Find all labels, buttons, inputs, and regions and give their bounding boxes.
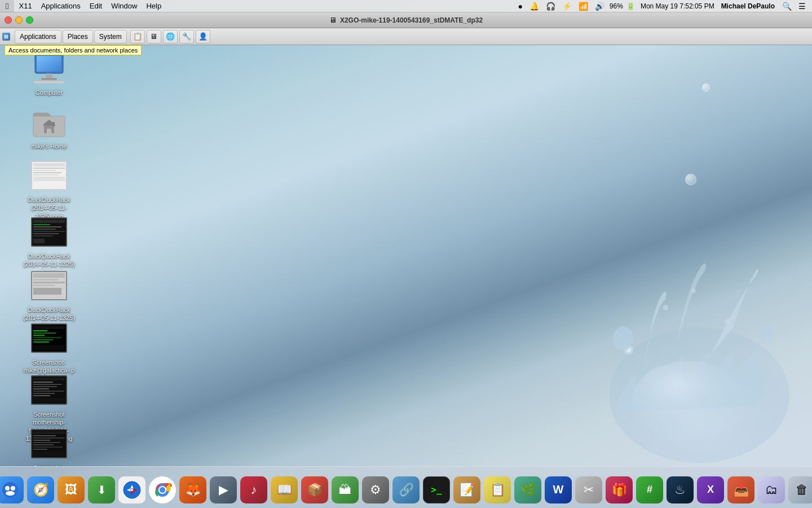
svg-rect-37 (33, 273, 65, 278)
menubar-left:  X11 Applications Edit Window Help (0, 0, 516, 12)
svg-rect-33 (33, 233, 59, 234)
dock-fusion[interactable]: 🔗 (391, 470, 421, 503)
menubar-applications[interactable]: Applications (37, 0, 85, 12)
dock-video[interactable]: ▶ (209, 470, 238, 503)
desktop-icon-computer[interactable]: Computer (21, 48, 77, 99)
svg-rect-59 (33, 395, 50, 396)
x11-dock-icon: X (697, 476, 724, 503)
dock-archive[interactable]: 📦 (300, 470, 329, 503)
dock-word[interactable]: W (544, 470, 573, 503)
svg-rect-48 (33, 339, 53, 340)
applications-btn-label: Applications (20, 33, 56, 41)
dock-chrome[interactable] (148, 470, 177, 503)
toolbar-icon-1[interactable]: 📋 (130, 30, 145, 43)
dock-photos[interactable]: 🏔 (330, 470, 360, 503)
audio-icon: 🔊 (593, 2, 606, 11)
dock-image-browse[interactable]: 🖼 (56, 470, 86, 503)
dock-steam[interactable]: ♨ (665, 470, 695, 503)
steam-icon: ♨ (667, 476, 694, 503)
toolbar-icon-5[interactable]: 👤 (196, 30, 210, 43)
dock-finder[interactable] (0, 470, 25, 503)
dock-syspref[interactable]: ⚙ (361, 470, 390, 503)
installer-icon: 📥 (727, 476, 754, 503)
battery-percent: 96% (610, 2, 623, 10)
menubar-edit[interactable]: Edit (85, 0, 107, 12)
dock-installer[interactable]: 📥 (726, 470, 756, 503)
dock-music[interactable]: ♪ (239, 470, 268, 503)
minimize-button[interactable] (15, 16, 23, 24)
gift-icon: 🎁 (606, 476, 633, 503)
dock-x11[interactable]: X (696, 470, 725, 503)
dock-compass[interactable]: 🧭 (26, 470, 55, 503)
svg-point-73 (11, 486, 15, 491)
firefox-icon: 🦊 (179, 476, 206, 503)
svg-rect-35 (33, 239, 45, 243)
toolbar-applications-btn[interactable]: Applications (15, 30, 61, 43)
screenshot2-icon-image (31, 372, 67, 408)
image-browse-icon: 🖼 (58, 476, 85, 503)
dock-scrivener[interactable]: 📝 (452, 470, 482, 503)
svg-rect-60 (33, 398, 65, 402)
dock-safari[interactable] (117, 470, 147, 503)
svg-rect-57 (33, 391, 64, 392)
remote-icon: 🖥 (329, 16, 337, 24)
svg-rect-26 (33, 177, 65, 181)
menubar-help[interactable]: Help (142, 0, 166, 12)
dock-trash[interactable]: 🗑 (787, 470, 812, 503)
dock-terminal[interactable]: >_ (422, 470, 451, 503)
finder-icon (0, 476, 24, 503)
software-icon: ⬇ (88, 476, 115, 503)
maximize-button[interactable] (26, 16, 33, 24)
ibooks-icon: 📖 (271, 476, 298, 503)
svg-rect-28 (33, 220, 65, 223)
menubar-window[interactable]: Window (107, 0, 142, 12)
toolbar-icon-4[interactable]: 🔧 (179, 30, 194, 43)
toolbar-icon-3[interactable]: 🌐 (163, 30, 178, 43)
svg-rect-63 (33, 435, 56, 436)
trash-icon: 🗑 (788, 476, 812, 503)
menubar:  X11 Applications Edit Window Help ● 🔔 … (0, 0, 812, 12)
menubar-right: ● 🔔 🎧 ⚡ 📶 🔊 96% 🔋 Mon May 19 7:52:05 PM … (516, 2, 812, 11)
toolbar-system-btn[interactable]: System (94, 30, 127, 43)
stickies-icon: 📋 (484, 476, 511, 503)
svg-rect-41 (33, 288, 61, 295)
home-folder-svg (31, 106, 67, 138)
filezilla-icon: 🗂 (758, 476, 785, 503)
dock-webbrowser2[interactable]: 🌿 (513, 470, 542, 503)
dock-firefox[interactable]: 🦊 (178, 470, 208, 503)
svg-rect-64 (33, 437, 64, 439)
svg-rect-19 (52, 122, 55, 126)
dock-numbers[interactable]: # (635, 470, 664, 503)
svg-rect-52 (33, 378, 65, 380)
svg-rect-46 (33, 335, 45, 336)
svg-point-72 (5, 486, 10, 491)
list-icon[interactable]: ☰ (797, 2, 807, 11)
fusion-icon: 🔗 (392, 476, 420, 503)
numbers-icon: # (636, 476, 663, 503)
svg-point-74 (6, 491, 15, 496)
music-icon: ♪ (240, 476, 267, 503)
svg-point-84 (160, 487, 165, 493)
search-icon[interactable]: 🔍 (780, 2, 793, 11)
duck1-icon-image (31, 157, 67, 194)
wifi-icon: 📶 (577, 2, 590, 11)
menubar-x11[interactable]: X11 (14, 0, 36, 12)
svg-rect-49 (33, 341, 49, 343)
dock-scissors[interactable]: ✂ (574, 470, 603, 503)
toolbar: ⊞ Applications Places System 📋 🖥 🌐 🔧 👤 (0, 28, 812, 45)
toolbar-icon-2[interactable]: 🖥 (147, 30, 161, 43)
dock-stickies[interactable]: 📋 (483, 470, 512, 503)
titlebar: 🖥 X2GO-mike-119-1400543169_stDMATE_dp32 (0, 12, 812, 28)
toolbar-places-btn[interactable]: Places (63, 30, 93, 43)
dock-gift[interactable]: 🎁 (604, 470, 634, 503)
dock-software[interactable]: ⬇ (87, 470, 116, 503)
dock-filezilla[interactable]: 🗂 (757, 470, 786, 503)
apple-menu[interactable]:  (0, 0, 14, 12)
svg-rect-14 (41, 78, 57, 80)
dock-ibooks[interactable]: 📖 (270, 470, 299, 503)
desktop-icon-home[interactable]: mike's Home (21, 102, 77, 152)
home-icon-image (31, 104, 67, 140)
computer-icon-image (31, 50, 67, 86)
svg-rect-44 (33, 330, 47, 331)
close-button[interactable] (5, 16, 12, 24)
